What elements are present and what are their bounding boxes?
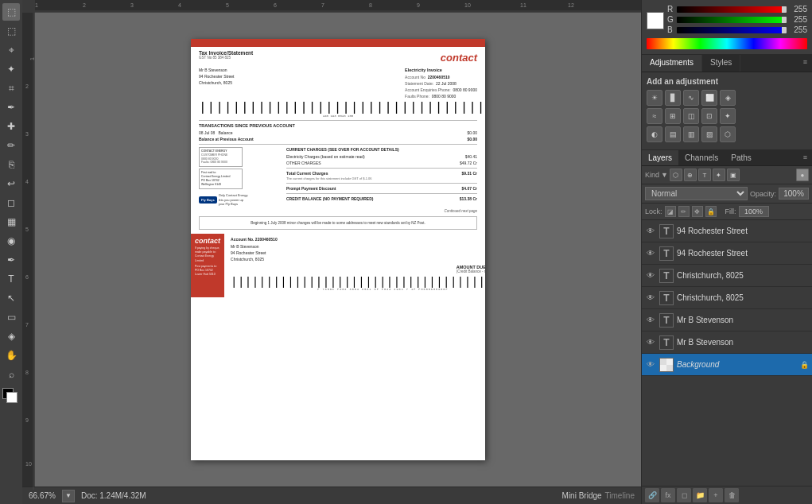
lock-position[interactable]: ✥ (692, 206, 703, 217)
vertical-ruler: 1 2 3 4 5 6 7 8 9 10 (22, 13, 35, 487)
tool-eraser[interactable]: ◻ (2, 194, 20, 211)
layers-options-btn[interactable]: ≡ (798, 150, 812, 165)
g-slider[interactable] (782, 17, 787, 23)
layer-item[interactable]: 👁 T Christchurch, 8025 (642, 287, 812, 309)
paths-tab[interactable]: Paths (725, 150, 758, 165)
add-link-btn[interactable]: 🔗 (645, 488, 659, 502)
tool-lasso[interactable]: ⌖ (2, 41, 20, 59)
r-slider[interactable] (782, 6, 787, 13)
blend-mode-select[interactable]: Normal (645, 187, 748, 200)
tool-hand[interactable]: ✋ (2, 347, 20, 364)
tool-3d[interactable]: ◈ (2, 328, 20, 345)
current-charges-section: CONTACT ENERGY CUSTOMER PHONE 0800 80 90… (191, 146, 485, 207)
opacity-value[interactable]: 100% (779, 188, 809, 200)
tool-history-brush[interactable]: ↩ (2, 175, 20, 192)
layer-item[interactable]: 👁 T Mr B Stevenson (642, 309, 812, 331)
svg-text:11: 11 (520, 2, 526, 8)
adj-gradient-map[interactable]: ▨ (701, 126, 717, 142)
tool-eyedropper[interactable]: ✒ (2, 99, 20, 116)
filter-pixel[interactable]: ⬡ (670, 169, 682, 181)
color-swatch[interactable] (647, 12, 664, 29)
mini-bridge-tab[interactable]: Mini Bridge (562, 491, 602, 500)
adj-brightness[interactable]: ☀ (647, 90, 662, 106)
tool-type[interactable]: T (2, 270, 20, 288)
svg-text:5: 5 (25, 227, 29, 232)
tool-gradient[interactable]: ▦ (2, 213, 20, 231)
filter-adjustment[interactable]: ⊕ (684, 169, 697, 181)
tool-zoom[interactable]: ⌕ (2, 366, 20, 383)
styles-tab[interactable]: Styles (702, 55, 740, 72)
delete-layer-btn[interactable]: 🗑 (725, 488, 739, 502)
add-effect-btn[interactable]: fx (661, 488, 675, 502)
layer-item[interactable]: 👁 T Mr B Stevenson (642, 331, 812, 354)
canvas-area[interactable]: Tax Invoice/Statement GST No 85 384 825 … (35, 13, 641, 487)
layer-item[interactable]: 👁 T 94 Rochester Street (642, 242, 812, 265)
layer-visibility-4[interactable]: 👁 (645, 293, 656, 304)
layers-tab[interactable]: Layers (642, 150, 678, 165)
adj-photo-filter[interactable]: ⊡ (701, 108, 717, 124)
layer-item-background[interactable]: 👁 Background 🔒 (642, 354, 812, 376)
layer-item[interactable]: 👁 T 94 Rochester Street (642, 220, 812, 242)
tool-clone[interactable]: ⎘ (2, 156, 20, 173)
b-channel-bar[interactable] (677, 27, 787, 33)
adj-posterize[interactable]: ▤ (665, 126, 681, 142)
tool-pen[interactable]: ✒ (2, 251, 20, 269)
layer-visibility-5[interactable]: 👁 (645, 315, 656, 326)
new-layer-btn[interactable]: + (709, 488, 723, 502)
filter-toggle[interactable]: ● (796, 169, 809, 181)
foreground-background-colors[interactable] (2, 388, 20, 405)
tool-magic-wand[interactable]: ✦ (2, 60, 20, 78)
layer-item[interactable]: 👁 T Christchurch, 8025 (642, 265, 812, 287)
lock-transparent[interactable]: ◪ (665, 206, 676, 217)
tool-brush[interactable]: ✏ (2, 137, 20, 154)
timeline-tab[interactable]: Timeline (605, 491, 635, 500)
adj-invert[interactable]: ◐ (647, 126, 662, 142)
layer-visibility-bg[interactable]: 👁 (645, 359, 656, 370)
filter-smartobj[interactable]: ▣ (727, 169, 740, 181)
layer-name-2: 94 Rochester Street (677, 249, 809, 258)
adj-levels[interactable]: ▊ (665, 90, 681, 106)
svg-text:7: 7 (321, 2, 324, 8)
color-spectrum[interactable] (647, 38, 807, 49)
tool-shape[interactable]: ▭ (2, 308, 20, 326)
remittance-right: Account No. 2200460510 Mr B Stevenson 94… (224, 234, 485, 297)
layer-visibility-2[interactable]: 👁 (645, 248, 656, 259)
transactions-section: TRANSACTIONS SINCE PREVIOUS ACCOUNT 08 J… (191, 123, 485, 142)
adj-curves[interactable]: ∿ (683, 90, 699, 106)
adjustments-tab[interactable]: Adjustments (642, 55, 702, 72)
layer-visibility-3[interactable]: 👁 (645, 270, 656, 281)
new-group-btn[interactable]: 📁 (693, 488, 707, 502)
lock-pixels[interactable]: ✏ (678, 206, 690, 217)
tool-crop[interactable]: ⌗ (2, 79, 20, 97)
layer-visibility-6[interactable]: 👁 (645, 337, 656, 348)
tool-dodge[interactable]: ◉ (2, 232, 20, 250)
panel-options-btn[interactable]: ≡ (798, 55, 812, 72)
layer-list[interactable]: 👁 T 94 Rochester Street 👁 T 94 Rochester… (642, 220, 812, 486)
tool-healing[interactable]: ✚ (2, 118, 20, 135)
fill-value[interactable]: 100% (739, 206, 769, 217)
tool-move[interactable]: ⬚ (2, 3, 20, 21)
zoom-menu-btn[interactable]: ▼ (62, 490, 75, 502)
channels-tab[interactable]: Channels (678, 150, 725, 165)
tool-path-select[interactable]: ↖ (2, 289, 20, 307)
lock-all[interactable]: 🔒 (705, 206, 717, 217)
adj-color-balance[interactable]: ⊞ (665, 108, 681, 124)
filter-type[interactable]: T (698, 169, 711, 181)
b-slider[interactable] (782, 27, 787, 33)
layer-thumb-2: T (659, 246, 674, 261)
adj-exposure[interactable]: ⬜ (701, 90, 717, 106)
filter-shape[interactable]: ✦ (713, 169, 725, 181)
lock-row: Lock: ◪ ✏ ✥ 🔒 Fill: 100% (642, 204, 812, 220)
r-channel-bar[interactable] (677, 6, 787, 13)
adj-channel-mixer[interactable]: ✦ (720, 108, 736, 124)
tool-select[interactable]: ⬚ (2, 22, 20, 40)
adj-selective-color[interactable]: ⬡ (720, 126, 736, 142)
adj-bw[interactable]: ◫ (683, 108, 699, 124)
adj-vibrance[interactable]: ◈ (720, 90, 736, 106)
g-channel-bar[interactable] (677, 17, 787, 23)
adj-threshold[interactable]: ▥ (683, 126, 699, 142)
layer-visibility-1[interactable]: 👁 (645, 226, 656, 237)
adj-hsl[interactable]: ≈ (647, 108, 662, 124)
svg-rect-26 (666, 365, 673, 371)
add-mask-btn[interactable]: ◻ (677, 488, 691, 502)
